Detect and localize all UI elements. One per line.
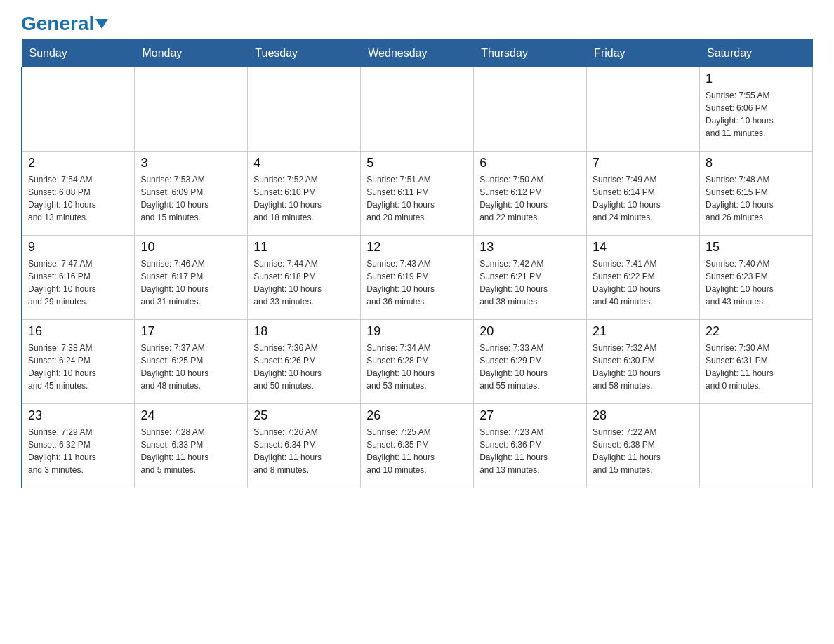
calendar-cell: 10Sunrise: 7:46 AMSunset: 6:17 PMDayligh… — [135, 236, 248, 320]
day-number: 7 — [593, 156, 694, 170]
calendar-cell — [135, 67, 248, 152]
calendar-cell: 23Sunrise: 7:29 AMSunset: 6:32 PMDayligh… — [22, 404, 135, 488]
calendar-header-row: SundayMondayTuesdayWednesdayThursdayFrid… — [22, 40, 813, 67]
calendar-cell: 2Sunrise: 7:54 AMSunset: 6:08 PMDaylight… — [22, 152, 135, 236]
day-info: Sunrise: 7:36 AMSunset: 6:26 PMDaylight:… — [253, 342, 355, 392]
day-number: 6 — [479, 156, 581, 170]
day-info: Sunrise: 7:51 AMSunset: 6:11 PMDaylight:… — [366, 173, 468, 224]
calendar-cell — [474, 67, 587, 152]
week-row-2: 2Sunrise: 7:54 AMSunset: 6:08 PMDaylight… — [22, 152, 813, 236]
day-info: Sunrise: 7:37 AMSunset: 6:25 PMDaylight:… — [140, 342, 241, 392]
day-number: 28 — [593, 408, 694, 423]
calendar-cell: 9Sunrise: 7:47 AMSunset: 6:16 PMDaylight… — [22, 236, 135, 320]
weekday-header-friday: Friday — [587, 40, 700, 67]
weekday-header-thursday: Thursday — [474, 40, 587, 67]
day-number: 20 — [479, 324, 581, 339]
day-info: Sunrise: 7:55 AMSunset: 6:06 PMDaylight:… — [706, 89, 807, 140]
day-number: 22 — [706, 324, 807, 339]
calendar-cell — [361, 67, 474, 152]
day-info: Sunrise: 7:49 AMSunset: 6:14 PMDaylight:… — [593, 173, 694, 224]
day-info: Sunrise: 7:52 AMSunset: 6:10 PMDaylight:… — [253, 173, 355, 224]
calendar-cell: 25Sunrise: 7:26 AMSunset: 6:34 PMDayligh… — [248, 404, 361, 488]
day-info: Sunrise: 7:23 AMSunset: 6:36 PMDaylight:… — [479, 426, 581, 476]
day-info: Sunrise: 7:50 AMSunset: 6:12 PMDaylight:… — [479, 173, 581, 224]
day-info: Sunrise: 7:48 AMSunset: 6:15 PMDaylight:… — [706, 173, 807, 224]
calendar-cell: 4Sunrise: 7:52 AMSunset: 6:10 PMDaylight… — [248, 152, 361, 236]
calendar-cell: 21Sunrise: 7:32 AMSunset: 6:30 PMDayligh… — [587, 320, 700, 404]
day-number: 25 — [253, 408, 355, 423]
day-number: 1 — [706, 72, 807, 86]
weekday-header-saturday: Saturday — [700, 40, 813, 67]
day-info: Sunrise: 7:38 AMSunset: 6:24 PMDaylight:… — [28, 342, 128, 392]
calendar-cell: 3Sunrise: 7:53 AMSunset: 6:09 PMDaylight… — [135, 152, 248, 236]
logo-general: General — [21, 13, 94, 34]
day-number: 10 — [140, 240, 241, 255]
logo: General — [21, 14, 108, 32]
day-number: 5 — [366, 156, 468, 170]
calendar-cell: 20Sunrise: 7:33 AMSunset: 6:29 PMDayligh… — [474, 320, 587, 404]
calendar-cell: 11Sunrise: 7:44 AMSunset: 6:18 PMDayligh… — [248, 236, 361, 320]
calendar-cell — [22, 67, 135, 152]
calendar-cell: 22Sunrise: 7:30 AMSunset: 6:31 PMDayligh… — [700, 320, 813, 404]
day-info: Sunrise: 7:25 AMSunset: 6:35 PMDaylight:… — [366, 426, 468, 476]
day-info: Sunrise: 7:44 AMSunset: 6:18 PMDaylight:… — [253, 257, 355, 308]
calendar-cell: 17Sunrise: 7:37 AMSunset: 6:25 PMDayligh… — [135, 320, 248, 404]
day-info: Sunrise: 7:34 AMSunset: 6:28 PMDaylight:… — [366, 342, 468, 392]
day-info: Sunrise: 7:29 AMSunset: 6:32 PMDaylight:… — [28, 426, 128, 476]
day-number: 24 — [140, 408, 241, 423]
week-row-5: 23Sunrise: 7:29 AMSunset: 6:32 PMDayligh… — [22, 404, 813, 488]
day-number: 23 — [28, 408, 128, 423]
calendar-cell: 28Sunrise: 7:22 AMSunset: 6:38 PMDayligh… — [587, 404, 700, 488]
day-number: 9 — [28, 240, 128, 255]
day-info: Sunrise: 7:42 AMSunset: 6:21 PMDaylight:… — [479, 257, 581, 308]
day-number: 11 — [253, 240, 355, 255]
day-info: Sunrise: 7:28 AMSunset: 6:33 PMDaylight:… — [140, 426, 241, 476]
calendar-cell: 24Sunrise: 7:28 AMSunset: 6:33 PMDayligh… — [135, 404, 248, 488]
calendar-cell: 26Sunrise: 7:25 AMSunset: 6:35 PMDayligh… — [361, 404, 474, 488]
day-number: 15 — [706, 240, 807, 255]
calendar-cell: 1Sunrise: 7:55 AMSunset: 6:06 PMDaylight… — [700, 67, 813, 152]
calendar-cell: 18Sunrise: 7:36 AMSunset: 6:26 PMDayligh… — [248, 320, 361, 404]
day-info: Sunrise: 7:22 AMSunset: 6:38 PMDaylight:… — [593, 426, 694, 476]
calendar-cell — [248, 67, 361, 152]
weekday-header-monday: Monday — [135, 40, 248, 67]
calendar-cell: 14Sunrise: 7:41 AMSunset: 6:22 PMDayligh… — [587, 236, 700, 320]
week-row-3: 9Sunrise: 7:47 AMSunset: 6:16 PMDaylight… — [22, 236, 813, 320]
day-info: Sunrise: 7:30 AMSunset: 6:31 PMDaylight:… — [706, 342, 807, 392]
calendar-cell: 12Sunrise: 7:43 AMSunset: 6:19 PMDayligh… — [361, 236, 474, 320]
day-number: 12 — [366, 240, 468, 255]
calendar-cell — [587, 67, 700, 152]
day-number: 3 — [140, 156, 241, 170]
day-number: 16 — [28, 324, 128, 339]
day-number: 17 — [140, 324, 241, 339]
calendar-cell — [700, 404, 813, 488]
weekday-header-tuesday: Tuesday — [248, 40, 361, 67]
calendar-cell: 5Sunrise: 7:51 AMSunset: 6:11 PMDaylight… — [361, 152, 474, 236]
calendar-cell: 27Sunrise: 7:23 AMSunset: 6:36 PMDayligh… — [474, 404, 587, 488]
day-info: Sunrise: 7:41 AMSunset: 6:22 PMDaylight:… — [593, 257, 694, 308]
day-info: Sunrise: 7:47 AMSunset: 6:16 PMDaylight:… — [28, 257, 128, 308]
day-info: Sunrise: 7:40 AMSunset: 6:23 PMDaylight:… — [706, 257, 807, 308]
day-number: 13 — [479, 240, 581, 255]
day-info: Sunrise: 7:46 AMSunset: 6:17 PMDaylight:… — [140, 257, 241, 308]
page-header: General — [21, 14, 813, 32]
day-number: 21 — [593, 324, 694, 339]
day-info: Sunrise: 7:33 AMSunset: 6:29 PMDaylight:… — [479, 342, 581, 392]
calendar-cell: 15Sunrise: 7:40 AMSunset: 6:23 PMDayligh… — [700, 236, 813, 320]
day-number: 27 — [479, 408, 581, 423]
week-row-1: 1Sunrise: 7:55 AMSunset: 6:06 PMDaylight… — [22, 67, 813, 152]
calendar-table: SundayMondayTuesdayWednesdayThursdayFrid… — [21, 39, 813, 488]
day-info: Sunrise: 7:54 AMSunset: 6:08 PMDaylight:… — [28, 173, 128, 224]
calendar-cell: 16Sunrise: 7:38 AMSunset: 6:24 PMDayligh… — [22, 320, 135, 404]
calendar-cell: 8Sunrise: 7:48 AMSunset: 6:15 PMDaylight… — [700, 152, 813, 236]
day-info: Sunrise: 7:26 AMSunset: 6:34 PMDaylight:… — [253, 426, 355, 476]
day-info: Sunrise: 7:32 AMSunset: 6:30 PMDaylight:… — [593, 342, 694, 392]
day-number: 8 — [706, 156, 807, 170]
day-info: Sunrise: 7:53 AMSunset: 6:09 PMDaylight:… — [140, 173, 241, 224]
calendar-cell: 7Sunrise: 7:49 AMSunset: 6:14 PMDaylight… — [587, 152, 700, 236]
week-row-4: 16Sunrise: 7:38 AMSunset: 6:24 PMDayligh… — [22, 320, 813, 404]
calendar-cell: 13Sunrise: 7:42 AMSunset: 6:21 PMDayligh… — [474, 236, 587, 320]
day-number: 18 — [253, 324, 355, 339]
day-number: 19 — [366, 324, 468, 339]
calendar-cell: 6Sunrise: 7:50 AMSunset: 6:12 PMDaylight… — [474, 152, 587, 236]
